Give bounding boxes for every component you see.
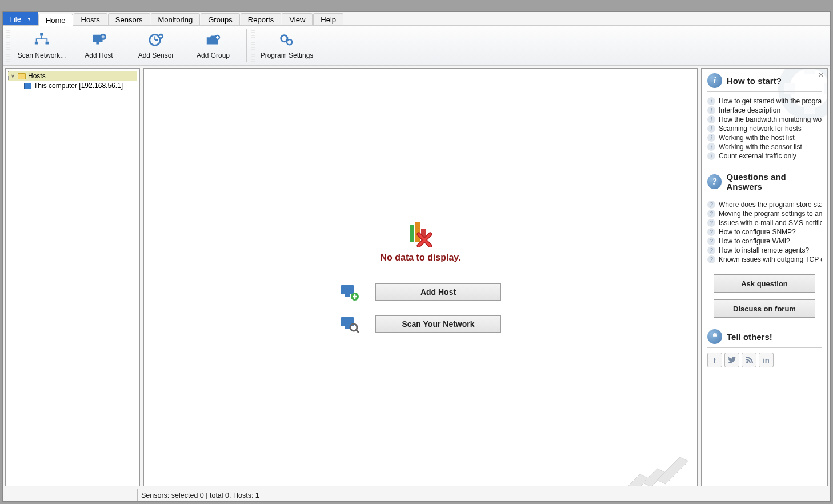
- ribbon-add-host[interactable]: Add Host: [70, 28, 127, 63]
- q-bullet-icon: ?: [707, 201, 715, 209]
- qa-heading: ? Questions and Answers: [707, 172, 822, 195]
- ribbon-separator: [246, 29, 247, 62]
- svg-rect-18: [345, 326, 350, 329]
- q-bullet-icon: ?: [707, 237, 715, 245]
- how-to-start-section: i How to start? iHow to get started with…: [707, 73, 822, 161]
- qa-link[interactable]: ?Issues with e-mail and SMS notificati..…: [707, 218, 822, 227]
- ribbon-add-sensor-label: Add Sensor: [138, 51, 174, 59]
- qa-link[interactable]: ?How to configure WMI?: [707, 237, 822, 246]
- add-host-icon: [91, 32, 107, 48]
- add-host-big-icon: [340, 284, 358, 300]
- status-text: Sensors: selected 0 | total 0. Hosts: 1: [138, 491, 259, 499]
- info-bullet-icon: i: [707, 115, 715, 123]
- tab-help[interactable]: Help: [313, 13, 343, 25]
- question-icon: ?: [707, 174, 722, 189]
- ribbon-add-host-label: Add Host: [85, 51, 113, 59]
- qa-list: ?Where does the program store stats, ...…: [707, 200, 822, 264]
- svg-point-22: [746, 361, 748, 363]
- status-spacer: [5, 489, 138, 501]
- ribbon-program-settings[interactable]: Program Settings: [258, 28, 315, 63]
- qa-link[interactable]: ?How to install remote agents?: [707, 246, 822, 255]
- ask-question-button[interactable]: Ask question: [714, 274, 815, 293]
- app-window: File ▼ Home Hosts Sensors Monitoring Gro…: [2, 11, 831, 502]
- svg-rect-11: [410, 225, 414, 242]
- svg-rect-4: [96, 42, 99, 44]
- host-icon: [24, 83, 31, 89]
- info-icon: i: [707, 73, 722, 88]
- discuss-forum-button[interactable]: Discuss on forum: [714, 299, 815, 318]
- qa-link[interactable]: ?Where does the program store stats, ...: [707, 200, 822, 209]
- svg-line-20: [356, 330, 359, 333]
- tab-sensors[interactable]: Sensors: [108, 13, 150, 25]
- info-bullet-icon: i: [707, 152, 715, 160]
- how-to-start-list: iHow to get started with the program? iI…: [707, 97, 822, 161]
- main-content-panel: No data to display. Add Host Scan Your N…: [143, 68, 698, 486]
- info-bullet-icon: i: [707, 143, 715, 151]
- menu-file-label: File: [9, 15, 21, 23]
- menu-file[interactable]: File ▼: [3, 12, 38, 25]
- ribbon-scan-network[interactable]: Scan Network...: [13, 28, 70, 63]
- scan-network-row: Scan Your Network: [340, 315, 501, 333]
- tab-home[interactable]: Home: [38, 14, 73, 26]
- scan-network-big-icon: [340, 316, 358, 332]
- info-bullet-icon: i: [707, 97, 715, 105]
- menu-bar: File ▼ Home Hosts Sensors Monitoring Gro…: [3, 12, 830, 26]
- svg-rect-0: [40, 33, 43, 35]
- q-bullet-icon: ?: [707, 255, 715, 263]
- tell-others-heading: ❝ Tell others!: [707, 329, 822, 348]
- rss-icon[interactable]: [742, 353, 756, 367]
- add-host-button[interactable]: Add Host: [375, 283, 501, 301]
- tell-others-section: ❝ Tell others! f in: [707, 329, 822, 367]
- ribbon-program-settings-label: Program Settings: [261, 51, 314, 59]
- no-data-block: No data to display.: [380, 222, 460, 263]
- svg-rect-1: [35, 41, 38, 44]
- qa-link[interactable]: ?Moving the program settings to ano...: [707, 209, 822, 218]
- help-link[interactable]: iHow to get started with the program?: [707, 97, 822, 106]
- tree-collapse-icon[interactable]: ∨: [10, 73, 15, 79]
- help-link[interactable]: iHow the bandwidth monitoring wor...: [707, 115, 822, 124]
- help-link[interactable]: iScanning network for hosts: [707, 124, 822, 133]
- scan-network-button[interactable]: Scan Your Network: [375, 315, 501, 333]
- tree-item-label: This computer [192.168.56.1]: [34, 82, 123, 90]
- help-link[interactable]: iInterface description: [707, 106, 822, 115]
- info-bullet-icon: i: [707, 134, 715, 142]
- help-link[interactable]: iWorking with the sensor list: [707, 142, 822, 151]
- tree-item-this-computer[interactable]: This computer [192.168.56.1]: [8, 81, 137, 90]
- linkedin-icon[interactable]: in: [759, 353, 774, 367]
- dropdown-arrow-icon: ▼: [27, 17, 31, 22]
- svg-rect-15: [345, 294, 350, 297]
- tab-view[interactable]: View: [282, 13, 313, 25]
- ribbon-add-group-label: Add Group: [197, 51, 230, 59]
- how-to-start-title: How to start?: [727, 76, 782, 86]
- tab-groups[interactable]: Groups: [201, 13, 240, 25]
- add-group-icon: [205, 32, 221, 48]
- social-buttons: f in: [707, 353, 822, 367]
- add-sensor-icon: [148, 32, 164, 48]
- q-bullet-icon: ?: [707, 219, 715, 227]
- status-bar: Sensors: selected 0 | total 0. Hosts: 1: [3, 489, 830, 501]
- facebook-icon[interactable]: f: [707, 353, 722, 367]
- tab-reports[interactable]: Reports: [241, 13, 282, 25]
- twitter-icon[interactable]: [724, 353, 739, 367]
- qa-title: Questions and Answers: [726, 172, 822, 191]
- svg-point-10: [287, 39, 292, 45]
- center-actions: Add Host Scan Your Network: [340, 283, 501, 333]
- help-link[interactable]: iWorking with the host list: [707, 133, 822, 142]
- help-link[interactable]: iCount external traffic only: [707, 151, 822, 161]
- tab-hosts[interactable]: Hosts: [74, 13, 107, 25]
- svg-rect-2: [46, 41, 49, 44]
- qa-section: ? Questions and Answers ?Where does the …: [707, 172, 822, 318]
- q-bullet-icon: ?: [707, 246, 715, 254]
- qa-link[interactable]: ?Known issues with outgoing TCP co...: [707, 255, 822, 264]
- info-bullet-icon: i: [707, 125, 715, 133]
- qa-link[interactable]: ?How to configure SNMP?: [707, 227, 822, 237]
- tab-monitoring[interactable]: Monitoring: [151, 13, 201, 25]
- chat-icon: ❝: [707, 329, 722, 344]
- tree-root-hosts[interactable]: ∨ Hosts: [8, 71, 137, 81]
- ribbon-add-sensor[interactable]: Add Sensor: [127, 28, 185, 63]
- svg-point-9: [281, 35, 287, 41]
- workspace: ∨ Hosts This computer [192.168.56.1]: [3, 66, 830, 489]
- hosts-tree-panel: ∨ Hosts This computer [192.168.56.1]: [5, 68, 140, 486]
- ribbon-add-group[interactable]: Add Group: [185, 28, 242, 63]
- svg-rect-12: [415, 222, 420, 242]
